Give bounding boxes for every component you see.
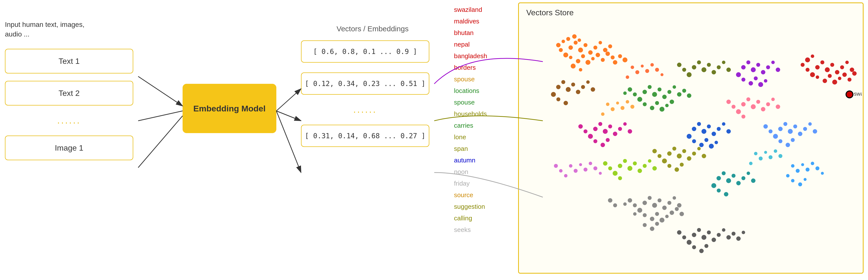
- svg-point-133: [637, 208, 642, 213]
- svg-point-30: [815, 65, 819, 70]
- svg-point-154: [722, 171, 726, 175]
- embedding-model-label: Embedding Model: [193, 104, 266, 113]
- svg-point-204: [756, 100, 760, 104]
- svg-point-238: [786, 174, 789, 177]
- svg-point-147: [643, 223, 647, 227]
- word-seeks: seeks: [454, 225, 487, 235]
- input-box-image1: Image 1: [5, 136, 133, 160]
- svg-point-178: [793, 125, 797, 129]
- vectors-label: Vectors / Embeddings: [316, 25, 429, 33]
- svg-point-47: [852, 71, 857, 76]
- svg-point-266: [677, 230, 681, 235]
- svg-point-211: [732, 105, 736, 109]
- svg-point-74: [707, 125, 711, 129]
- svg-point-216: [707, 63, 711, 67]
- svg-point-195: [613, 171, 618, 176]
- svg-point-158: [741, 176, 745, 180]
- svg-point-191: [627, 166, 632, 171]
- svg-point-264: [705, 244, 708, 248]
- word-spouse2: spouse: [454, 98, 487, 107]
- svg-point-186: [791, 138, 795, 142]
- word-households: households: [454, 109, 487, 119]
- svg-point-128: [648, 196, 652, 200]
- svg-point-109: [600, 143, 605, 147]
- svg-point-209: [776, 105, 780, 109]
- svg-point-60: [643, 102, 647, 106]
- vectors-store-container: Vectors Store: [518, 2, 864, 274]
- words-list: swaziland maldives bhutan nepal banglade…: [454, 5, 487, 235]
- svg-point-81: [699, 143, 704, 147]
- svg-point-126: [652, 149, 657, 153]
- svg-point-166: [566, 87, 571, 92]
- svg-point-87: [751, 67, 756, 72]
- word-source: source: [454, 190, 487, 200]
- svg-point-48: [801, 63, 805, 67]
- svg-point-1: [574, 41, 578, 45]
- svg-point-56: [668, 90, 671, 94]
- svg-point-164: [556, 85, 561, 89]
- svg-line-291: [276, 111, 301, 173]
- svg-point-168: [576, 90, 580, 94]
- embedding-model-box: Embedding Model: [183, 84, 276, 133]
- svg-point-215: [702, 67, 706, 72]
- word-calling: calling: [454, 213, 487, 223]
- svg-point-77: [687, 134, 691, 139]
- svg-point-232: [791, 164, 795, 168]
- svg-point-50: [811, 55, 814, 58]
- svg-point-253: [692, 233, 696, 237]
- svg-point-53: [652, 92, 657, 97]
- svg-point-120: [697, 147, 701, 150]
- svg-point-42: [828, 74, 832, 78]
- svg-point-127: [643, 201, 647, 205]
- svg-point-66: [633, 93, 637, 96]
- svg-point-140: [665, 215, 669, 218]
- svg-point-64: [665, 104, 669, 107]
- svg-point-254: [697, 228, 701, 232]
- svg-point-257: [712, 238, 716, 242]
- svg-point-89: [761, 70, 765, 74]
- svg-point-12: [581, 54, 585, 58]
- svg-point-52: [648, 85, 652, 89]
- svg-point-20: [579, 68, 582, 71]
- svg-point-181: [773, 134, 778, 139]
- svg-point-247: [589, 162, 592, 165]
- dot-cloud: swaziland: [521, 18, 862, 270]
- svg-point-14: [591, 57, 595, 60]
- svg-point-80: [692, 139, 696, 143]
- svg-point-111: [584, 130, 587, 133]
- svg-point-148: [650, 226, 654, 231]
- svg-point-141: [670, 210, 674, 215]
- svg-point-31: [820, 60, 824, 64]
- word-swaziland: swaziland: [454, 5, 487, 14]
- svg-point-26: [622, 58, 627, 62]
- svg-point-68: [623, 92, 627, 95]
- svg-point-184: [778, 139, 782, 143]
- vector-box-3: [ 0.31, 0.14, 0.68 ... 0.27 ]: [301, 125, 429, 147]
- svg-point-251: [559, 169, 562, 173]
- svg-point-245: [579, 163, 582, 166]
- svg-point-121: [702, 154, 706, 158]
- svg-point-173: [556, 97, 560, 101]
- svg-point-175: [778, 127, 783, 131]
- svg-point-78: [722, 122, 725, 126]
- svg-point-93: [776, 68, 780, 72]
- word-bhutan: bhutan: [454, 28, 487, 38]
- main-container: Input human text, images, audio ... Text…: [0, 0, 868, 280]
- svg-point-179: [798, 132, 802, 136]
- svg-point-268: [736, 236, 741, 241]
- svg-point-276: [601, 112, 604, 116]
- svg-point-255: [702, 235, 706, 240]
- svg-point-51: [643, 90, 647, 94]
- svg-point-9: [608, 44, 612, 48]
- svg-point-17: [606, 51, 610, 56]
- svg-point-8: [603, 48, 608, 52]
- svg-point-183: [813, 129, 817, 134]
- svg-point-40: [816, 75, 819, 79]
- svg-point-172: [591, 87, 595, 92]
- svg-point-244: [574, 169, 578, 173]
- svg-point-0: [568, 45, 573, 50]
- svg-point-273: [621, 106, 624, 110]
- svg-point-3: [584, 43, 587, 47]
- svg-point-41: [823, 79, 827, 83]
- svg-point-156: [732, 174, 736, 178]
